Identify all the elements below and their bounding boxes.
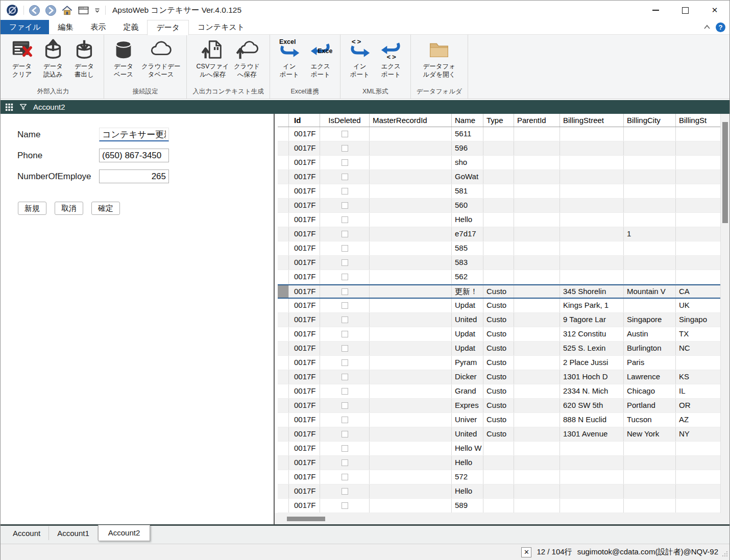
cell-type[interactable]: Custo [483,427,514,441]
cell-parent[interactable] [514,199,560,212]
cell-id[interactable]: 0017F [289,499,320,513]
cell-name[interactable]: e7d17 [452,227,483,241]
cell-master[interactable] [370,427,452,441]
cell-type[interactable]: Custo [483,413,514,427]
data-clear-button[interactable]: データクリア [7,36,37,86]
cell-street[interactable] [560,227,624,241]
column-header-BillingSt[interactable]: BillingSt [676,114,721,127]
cell-id[interactable]: 0017F [289,184,320,198]
row-selector[interactable] [278,356,289,370]
cell-street[interactable]: 312 Constitu [560,327,624,341]
cell-id[interactable]: 0017F [289,342,320,355]
cell-street[interactable] [560,184,624,198]
cell-name[interactable]: 560 [452,199,483,212]
cell-isdeleted[interactable] [320,370,370,384]
cell-type[interactable]: Custo [483,384,514,398]
cell-isdeleted[interactable] [320,470,370,484]
column-header-Id[interactable]: Id [289,114,320,127]
cell-isdeleted[interactable] [320,127,370,141]
cell-id[interactable]: 0017F [289,484,320,498]
cell-master[interactable] [370,241,452,255]
cell-state[interactable]: NY [676,427,721,441]
cell-master[interactable] [370,399,452,412]
cell-type[interactable] [483,184,514,198]
cell-id[interactable]: 0017F [289,256,320,270]
isdeleted-checkbox[interactable] [342,374,348,380]
cell-type[interactable] [483,227,514,241]
cell-parent[interactable] [514,327,560,341]
isdeleted-checkbox[interactable] [342,188,348,194]
cell-state[interactable] [676,156,721,169]
cell-state[interactable] [676,127,721,141]
cell-state[interactable] [676,484,721,498]
excel-export-button[interactable]: Excelエクスポート [306,36,335,86]
cell-id[interactable]: 0017F [289,227,320,241]
cell-type[interactable] [483,199,514,212]
forward-button[interactable] [45,5,57,16]
isdeleted-checkbox[interactable] [342,174,348,180]
cell-state[interactable] [676,213,721,227]
confirm-button[interactable]: 確定 [91,202,120,215]
cell-isdeleted[interactable] [320,313,370,327]
cell-parent[interactable] [514,299,560,312]
cell-name[interactable]: United [452,313,483,327]
cell-parent[interactable] [514,470,560,484]
cell-id[interactable]: 0017F [289,156,320,169]
cell-city[interactable] [624,213,676,227]
isdeleted-checkbox[interactable] [342,159,348,166]
cell-master[interactable] [370,470,452,484]
grid-icon[interactable] [5,103,13,111]
isdeleted-checkbox[interactable] [342,131,348,137]
cell-street[interactable] [560,141,624,155]
row-selector[interactable] [278,342,289,355]
excel-import-button[interactable]: Excelインポート [275,36,304,86]
cell-id[interactable]: 0017F [289,427,320,441]
cell-city[interactable]: Singapore [624,313,676,327]
cell-parent[interactable] [514,213,560,227]
cell-type[interactable] [483,456,514,470]
employees-input[interactable] [99,169,169,183]
row-selector[interactable] [278,327,289,341]
cell-master[interactable] [370,356,452,370]
cell-city[interactable] [624,499,676,513]
row-selector[interactable] [278,127,289,141]
cell-isdeleted[interactable] [320,270,370,284]
cell-state[interactable]: CA [676,285,721,298]
column-header-IsDeleted[interactable]: IsDeleted [320,114,370,127]
cell-id[interactable]: 0017F [289,384,320,398]
new-button[interactable]: 新規 [18,202,46,215]
cell-state[interactable]: KS [676,370,721,384]
cell-id[interactable]: 0017F [289,213,320,227]
cell-city[interactable] [624,256,676,270]
cell-state[interactable] [676,141,721,155]
row-selector[interactable] [278,170,289,184]
help-button[interactable]: ? [716,22,725,32]
isdeleted-checkbox[interactable] [342,445,348,452]
cell-type[interactable]: Custo [483,313,514,327]
menu-tab-define[interactable]: 定義 [114,20,147,34]
cell-master[interactable] [370,199,452,212]
row-selector[interactable] [278,184,289,198]
cell-state[interactable]: OR [676,399,721,412]
cell-street[interactable] [560,241,624,255]
cell-master[interactable] [370,456,452,470]
cell-parent[interactable] [514,456,560,470]
cell-name[interactable]: Dicker [452,370,483,384]
cell-state[interactable] [676,256,721,270]
isdeleted-checkbox[interactable] [342,231,348,237]
row-selector[interactable] [278,313,289,327]
cell-street[interactable] [560,199,624,212]
cell-name[interactable]: Expres [452,399,483,412]
row-selector[interactable] [278,484,289,498]
cell-name[interactable]: United [452,427,483,441]
tab-account1[interactable]: Account1 [49,526,98,540]
status-clear-button[interactable]: ✕ [521,547,531,557]
back-button[interactable] [29,5,40,16]
cell-id[interactable]: 0017F [289,313,320,327]
cell-isdeleted[interactable] [320,285,370,298]
cell-city[interactable]: 1 [624,227,676,241]
cell-state[interactable] [676,456,721,470]
database-button[interactable]: データベース [109,36,138,86]
row-selector[interactable] [278,285,289,298]
cell-street[interactable] [560,442,624,455]
